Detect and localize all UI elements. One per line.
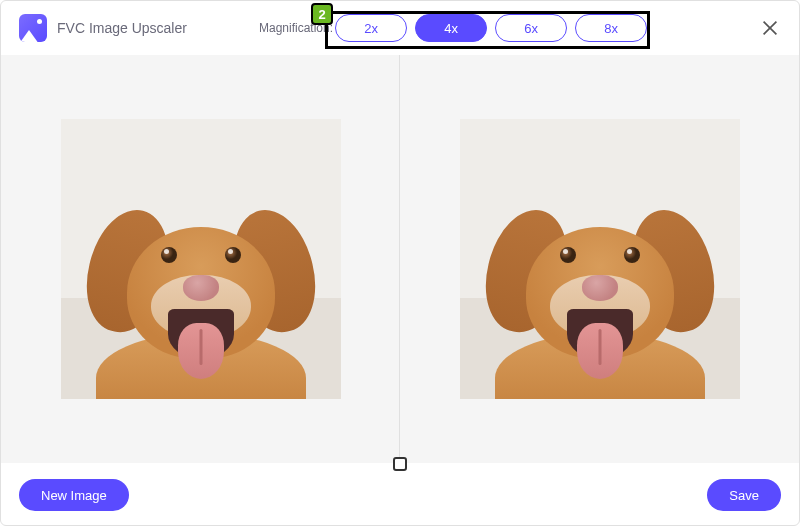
magnification-button-group: 2x4x6x8x <box>335 14 647 42</box>
image-icon <box>19 14 47 42</box>
magnification-2x-button[interactable]: 2x <box>335 14 407 42</box>
step-annotation-badge: 2 <box>311 3 333 25</box>
original-image <box>61 119 341 399</box>
original-pane <box>1 55 400 463</box>
save-button[interactable]: Save <box>707 479 781 511</box>
new-image-button[interactable]: New Image <box>19 479 129 511</box>
app-title: FVC Image Upscaler <box>57 20 187 36</box>
magnification-6x-button[interactable]: 6x <box>495 14 567 42</box>
compare-slider-handle[interactable] <box>393 457 407 471</box>
result-pane <box>400 55 799 463</box>
app-header: FVC Image Upscaler Magnification: 2x4x6x… <box>1 1 799 55</box>
close-icon[interactable] <box>759 17 781 39</box>
magnification-8x-button[interactable]: 8x <box>575 14 647 42</box>
brand: FVC Image Upscaler <box>19 14 187 42</box>
comparison-area <box>1 55 799 463</box>
app-footer: New Image Save <box>1 463 799 526</box>
magnification-4x-button[interactable]: 4x <box>415 14 487 42</box>
upscaled-image <box>460 119 740 399</box>
